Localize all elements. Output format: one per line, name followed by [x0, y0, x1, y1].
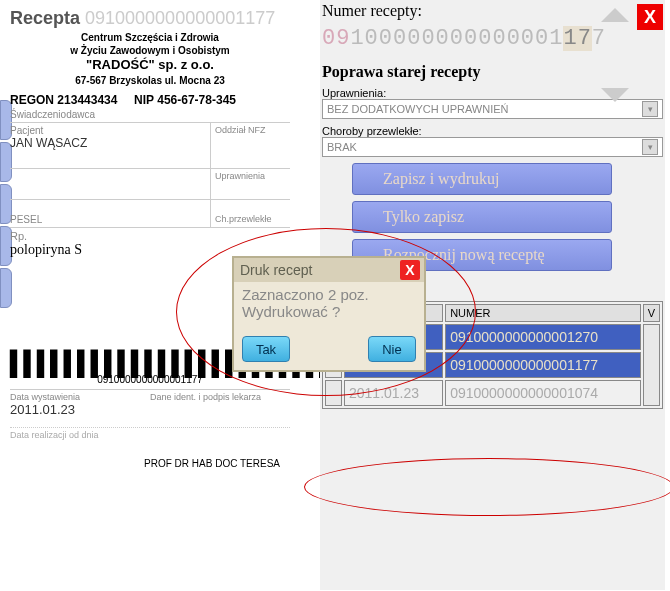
pacjent-value: JAN WĄSACZ	[10, 136, 210, 150]
save-print-button[interactable]: Zapisz i wydrukuj	[352, 163, 612, 195]
dialog-close-button[interactable]: X	[400, 260, 420, 280]
uprawnienia-label: Uprawnienia	[210, 169, 290, 199]
no-button[interactable]: Nie	[368, 336, 416, 362]
choroby-select[interactable]: BRAK▾	[322, 137, 663, 157]
dropdown-icon[interactable]: ▾	[642, 101, 658, 117]
pacjent-label: Pacjent	[10, 125, 210, 136]
doctor-name: PROF DR HAB DOC TERESA	[10, 458, 290, 469]
org-address: 67-567 Brzyskolas ul. Mocna 23	[10, 74, 290, 87]
data-wystawienia-label: Data wystawienia	[10, 392, 150, 402]
org-line: Centrum Szczęścia i Zdrowia	[10, 31, 290, 44]
nip-label: NIP	[134, 93, 154, 107]
dropdown-icon[interactable]: ▾	[642, 139, 658, 155]
recepta-label: Recepta	[10, 8, 80, 28]
org-line: w Życiu Zawodowym i Osobistym	[10, 44, 290, 57]
pesel-label: PESEL	[10, 200, 210, 227]
close-button[interactable]: X	[637, 4, 663, 30]
choroby-label: Choroby przewlekłe:	[322, 125, 663, 137]
org-name: "RADOŚĆ" sp. z o.o.	[10, 57, 290, 74]
scrollbar[interactable]	[643, 324, 660, 406]
dane-ident-label: Dane ident. i podpis lekarza	[150, 390, 290, 419]
yes-button[interactable]: Tak	[242, 336, 290, 362]
col-numer[interactable]: NUMER	[445, 304, 641, 322]
uprawnienia-select[interactable]: BEZ DODATKOWYCH UPRAWNIEŃ▾	[322, 99, 663, 119]
arrow-up-icon[interactable]	[601, 8, 629, 22]
row-marker	[325, 380, 342, 406]
col-v[interactable]: V	[643, 304, 660, 322]
nip-value: 456-67-78-345	[157, 93, 236, 107]
regon-value: 213443434	[57, 93, 117, 107]
dialog-text-line1: Zaznaczono 2 poz.	[242, 286, 416, 303]
prescription-preview: Recepta 0910000000000001177 Centrum Szcz…	[0, 0, 300, 477]
poprawa-heading: Poprawa starej recepty	[322, 63, 663, 81]
data-wystawienia: 2011.01.23	[10, 402, 150, 417]
save-only-button[interactable]: Tylko zapisz	[352, 201, 612, 233]
arrow-down-icon[interactable]	[601, 88, 629, 102]
data-realizacji-label: Data realizacji od dnia	[10, 427, 290, 440]
oddzial-nfz-label: Oddział NFZ	[210, 123, 290, 168]
rp-label: Rp.	[10, 230, 290, 242]
print-dialog: Druk recept X Zaznaczono 2 poz. Wydrukow…	[232, 256, 426, 372]
recepta-number: 0910000000000001177	[80, 8, 275, 28]
table-row[interactable]: 2011.01.23 0910000000000001074	[325, 380, 660, 406]
swiadczeniodawca-label: Świadczeniodawca	[10, 107, 290, 123]
ch-przewlekle-label: Ch.przewlekłe	[210, 200, 290, 227]
dialog-title: Druk recept	[240, 262, 312, 278]
prescription-number-display: 09100000000000001177	[322, 26, 663, 51]
regon-label: REGON	[10, 93, 54, 107]
dialog-text-line2: Wydrukować ?	[242, 303, 416, 320]
